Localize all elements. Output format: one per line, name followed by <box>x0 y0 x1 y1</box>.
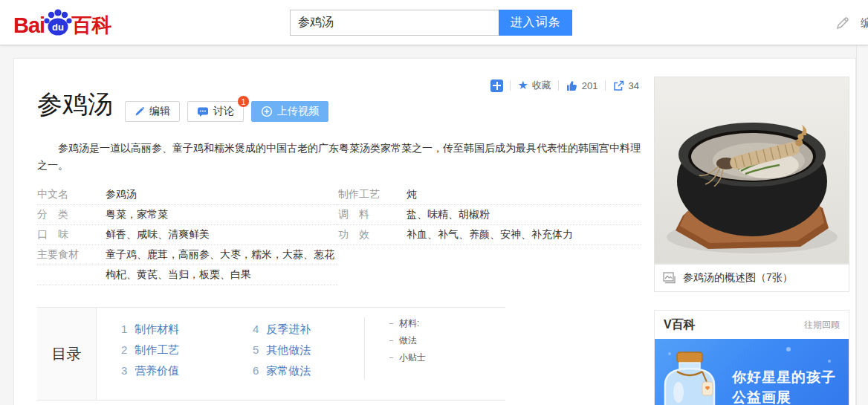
info-value: 炖 <box>407 188 417 201</box>
info-row: 功 效 补血、补气、养颜、安神、补充体力 <box>338 225 641 245</box>
share-count: 34 <box>629 80 639 91</box>
enter-entry-button[interactable]: 进入词条 <box>499 10 572 36</box>
logo-text-baike: 百科 <box>71 12 111 39</box>
share-button[interactable]: 34 <box>612 80 639 92</box>
toc-sub-item-method[interactable]: 做法 <box>389 334 417 347</box>
info-label: 口 味 <box>37 228 106 242</box>
banner-line1: 你好星星的孩子 <box>732 367 836 387</box>
edit-label: 编辑 <box>149 105 170 118</box>
toc-item-1[interactable]: 1 制作材料 <box>121 323 179 337</box>
info-label: 调 料 <box>338 208 407 221</box>
info-value: 鲜香、咸味、清爽鲜美 <box>106 228 210 242</box>
info-label: 制作工艺 <box>338 188 407 201</box>
logo-text-bai: Bai <box>13 12 45 39</box>
search-box <box>290 10 499 36</box>
divider <box>558 80 559 91</box>
favorite-label: 收藏 <box>532 79 551 92</box>
info-label: 功 效 <box>338 228 407 242</box>
samgyetang-photo-illustration <box>655 77 849 263</box>
vbaike-history-link[interactable]: 往期回顾 <box>804 319 840 331</box>
scrollbar-track[interactable] <box>856 45 868 405</box>
edit-button[interactable]: 编辑 <box>125 101 180 122</box>
info-label: 主要食材 <box>37 248 106 262</box>
divider <box>364 317 365 380</box>
page-title: 参鸡汤 <box>37 88 113 122</box>
bullet-dash <box>389 357 393 358</box>
baidu-baike-logo[interactable]: Bai du 百科 <box>13 7 111 39</box>
info-row: 调 料 盐、味精、胡椒粉 <box>338 205 641 225</box>
entry-action-bar: ★ 收藏 201 34 <box>487 77 639 94</box>
toc-item-5[interactable]: 5 其他做法 <box>253 343 311 357</box>
favorite-button[interactable]: ★ 收藏 <box>517 79 551 92</box>
info-row: 主要食材 童子鸡、鹿茸，高丽参、大枣，糯米，大蒜、葱花， <box>37 245 338 265</box>
image-stack-icon <box>663 272 677 285</box>
info-row: 中文名 参鸡汤 <box>37 185 338 205</box>
entry-summary: 参鸡汤是一道以高丽参、童子鸡和糯米煲成的中国古老的广东粤菜汤类家常菜之一，传至韩… <box>37 140 641 174</box>
discuss-button[interactable]: 讨论 1 <box>187 101 244 122</box>
discuss-label: 讨论 <box>213 105 234 118</box>
bullet-dash <box>389 340 393 341</box>
header: Bai du 百科 进入词条 <box>0 0 868 45</box>
add-icon <box>490 80 503 92</box>
bullet-dash <box>389 323 393 324</box>
toc-item-4[interactable]: 4 反季进补 <box>253 323 311 337</box>
vbaike-header: V百科 往期回顾 <box>655 311 849 339</box>
toc-item-3[interactable]: 3 营养价值 <box>121 364 179 378</box>
banner-text: 你好星星的孩子 公益画展 <box>732 367 836 405</box>
chat-icon <box>197 106 209 117</box>
info-value: 童子鸡、鹿茸，高丽参、大枣，糯米，大蒜、葱花， <box>106 248 338 262</box>
banner-line2: 公益画展 <box>732 387 836 405</box>
upload-label: 上传视频 <box>277 105 319 118</box>
info-row: 制作工艺 炖 <box>338 185 641 205</box>
table-of-contents: 目录 1 制作材料 2 制作工艺 3 营养价值 4 反季进补 5 其他做法 6 … <box>37 307 505 401</box>
info-value: 参鸡汤 <box>106 188 137 201</box>
info-row: 口 味 鲜香、咸味、清爽鲜美 <box>37 225 338 245</box>
baike-page: Bai du 百科 进入词条 <box>0 0 868 405</box>
title-buttons: 编辑 讨论 1 上传视频 <box>125 101 328 122</box>
vbaike-title: V百科 <box>664 317 696 333</box>
caption-text: 参鸡汤的概述图（7张） <box>683 271 793 285</box>
toc-title: 目录 <box>52 344 82 364</box>
info-value: 补血、补气、养颜、安神、补充体力 <box>407 228 573 242</box>
logo-text-du: du <box>52 22 64 33</box>
info-value: 枸杞、黄芪、当归，板栗、白果 <box>106 268 251 282</box>
like-count: 201 <box>582 80 598 91</box>
info-row: 枸杞、黄芪、当归，板栗、白果 <box>37 265 338 285</box>
clipped-edge-text[interactable]: 编 <box>861 16 868 30</box>
search-input[interactable] <box>291 10 499 35</box>
pencil-icon <box>135 106 145 117</box>
divider <box>510 80 511 91</box>
discuss-badge: 1 <box>237 95 250 108</box>
paw-icon: du <box>43 7 73 39</box>
info-column-left: 中文名 参鸡汤 分 类 粤菜，家常菜 口 味 鲜香、咸味、清爽鲜美 主要食材 童… <box>37 185 338 285</box>
toc-item-2[interactable]: 2 制作工艺 <box>121 343 179 357</box>
info-label: 分 类 <box>37 208 106 221</box>
info-value: 粤菜，家常菜 <box>106 208 168 221</box>
like-button[interactable]: 201 <box>566 80 598 92</box>
edit-pencil-icon[interactable] <box>835 16 850 30</box>
upload-video-button[interactable]: 上传视频 <box>251 101 328 122</box>
star-icon: ★ <box>517 80 528 91</box>
add-item-button[interactable] <box>490 80 503 92</box>
info-row: 分 类 粤菜，家常菜 <box>37 205 338 225</box>
vbaike-banner[interactable]: 你好星星的孩子 公益画展 <box>655 339 849 405</box>
photo-album-caption[interactable]: 参鸡汤的概述图（7张） <box>654 264 849 292</box>
toc-sub-item-materials[interactable]: 材料: <box>389 317 419 330</box>
toc-sub-item-tips[interactable]: 小贴士 <box>389 351 426 364</box>
entry-photo[interactable] <box>654 77 849 264</box>
thumb-up-icon <box>566 80 578 92</box>
toc-item-6[interactable]: 6 家常做法 <box>253 364 311 378</box>
info-column-right: 制作工艺 炖 调 料 盐、味精、胡椒粉 功 效 补血、补气、养颜、安神、补充体力 <box>338 185 641 245</box>
circle-plus-icon <box>261 106 273 117</box>
toc-title-cell: 目录 <box>37 308 97 400</box>
share-icon <box>612 80 625 92</box>
divider <box>605 80 606 91</box>
info-value: 盐、味精、胡椒粉 <box>407 208 490 221</box>
info-label: 中文名 <box>37 188 106 201</box>
vbaike-panel: V百科 往期回顾 你好星星 <box>654 310 849 405</box>
